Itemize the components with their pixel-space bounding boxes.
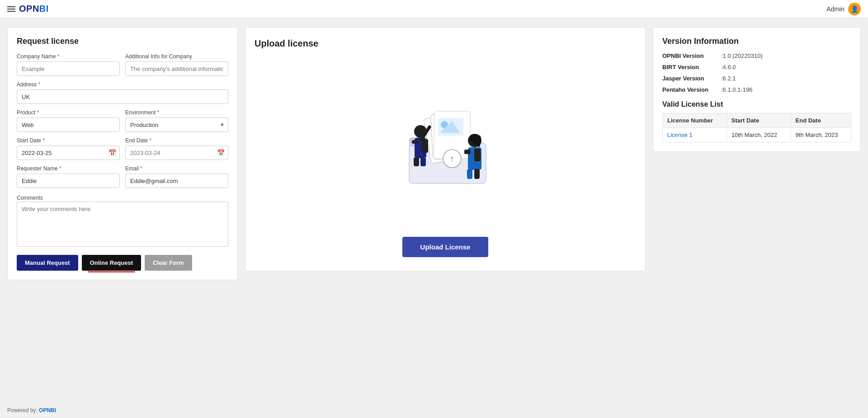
header: OPNBI Admin 👤 <box>0 0 868 18</box>
start-date-wrapper: 📅 <box>17 146 120 160</box>
form-row-product-env: Product * Environment * Production Stagi… <box>17 109 228 132</box>
pentaho-version-value: :6.1.0.1-196 <box>721 86 752 93</box>
header-right: Admin 👤 <box>826 3 861 15</box>
opnbi-version-label: OPNBI Version <box>662 52 721 59</box>
form-row-address: Address * <box>17 81 228 104</box>
footer: Powered by: OPNBI <box>0 403 868 418</box>
valid-license-title: Valid License List <box>662 100 851 108</box>
jasper-version-row: Jasper Version :6.2.1 <box>662 75 851 82</box>
svg-rect-22 <box>474 169 480 179</box>
license-table: License Number Start Date End Date Licen… <box>662 113 851 142</box>
avatar: 👤 <box>848 3 861 15</box>
clear-form-button[interactable]: Clear Form <box>145 255 192 271</box>
additional-info-group: Additional Info for Company <box>125 53 228 76</box>
start-date-group: Start Date * 📅 <box>17 137 120 160</box>
birt-version-label: BIRT Version <box>662 64 721 70</box>
footer-text: Powered by: <box>7 407 39 413</box>
comments-textarea[interactable] <box>17 202 228 247</box>
address-group: Address * <box>17 81 228 104</box>
company-name-input[interactable] <box>17 61 120 76</box>
product-label: Product * <box>17 109 120 116</box>
environment-label: Environment * <box>125 109 228 116</box>
comments-label: Comments <box>17 195 43 201</box>
admin-label: Admin <box>826 5 844 13</box>
form-row-company: Company Name * Additional Info for Compa… <box>17 53 228 76</box>
version-info-title: Version Information <box>662 37 851 46</box>
opnbi-version-value: :1.0 (20220310) <box>721 52 763 59</box>
svg-rect-12 <box>412 140 418 144</box>
environment-group: Environment * Production Staging Develop… <box>125 109 228 132</box>
pentaho-version-row: Pentaho Version :6.1.0.1-196 <box>662 86 851 93</box>
online-request-button[interactable]: Online Request <box>82 255 141 271</box>
manual-request-button[interactable]: Manual Request <box>17 255 78 271</box>
pentaho-version-label: Pentaho Version <box>662 86 721 93</box>
end-date-group: End Date * 📅 <box>125 137 228 160</box>
footer-brand: OPNBI <box>39 407 56 413</box>
requester-name-group: Requester Name * <box>17 165 120 188</box>
birt-version-row: BIRT Version :4.6.0 <box>662 64 851 70</box>
svg-rect-14 <box>414 157 419 166</box>
upload-license-title: Upload license <box>255 38 318 49</box>
requester-name-input[interactable] <box>17 174 120 188</box>
start-date-cell: 10th March, 2022 <box>726 128 791 142</box>
environment-select-wrapper: Production Staging Development ▼ <box>125 117 228 132</box>
birt-version-value: :4.6.0 <box>721 64 736 70</box>
logo: OPNBI <box>19 4 49 14</box>
address-input[interactable] <box>17 89 228 104</box>
svg-rect-15 <box>420 157 426 166</box>
svg-rect-19 <box>464 150 471 154</box>
requester-name-label: Requester Name * <box>17 165 120 172</box>
upload-license-panel: Upload license ↑ <box>245 27 646 271</box>
request-license-panel: Request license Company Name * Additiona… <box>7 27 238 280</box>
license-number-cell: License 1 <box>663 128 727 142</box>
opnbi-version-row: OPNBI Version :1.0 (20220310) <box>662 52 851 59</box>
product-group: Product * <box>17 109 120 132</box>
end-date-cell: 9th March, 2023 <box>791 128 851 142</box>
form-row-dates: Start Date * 📅 End Date * 📅 <box>17 137 228 160</box>
form-row-requester: Requester Name * Email * <box>17 165 228 188</box>
button-row: Manual Request Online Request Clear Form <box>17 255 228 271</box>
request-license-title: Request license <box>17 37 228 46</box>
license-link[interactable]: License 1 <box>667 132 693 138</box>
svg-text:↑: ↑ <box>450 154 454 163</box>
svg-rect-20 <box>474 149 481 161</box>
table-header-row: License Number Start Date End Date <box>663 113 851 128</box>
header-left: OPNBI <box>7 4 49 14</box>
jasper-version-value: :6.2.1 <box>721 75 736 82</box>
address-label: Address * <box>17 81 228 88</box>
col-end-date: End Date <box>791 113 851 128</box>
version-info-panel: Version Information OPNBI Version :1.0 (… <box>653 27 861 152</box>
email-input[interactable] <box>125 174 228 188</box>
jasper-version-label: Jasper Version <box>662 75 721 82</box>
company-name-group: Company Name * <box>17 53 120 76</box>
end-date-label: End Date * <box>125 137 228 144</box>
upload-license-button[interactable]: Upload License <box>402 237 489 257</box>
start-date-label: Start Date * <box>17 137 120 144</box>
email-group: Email * <box>125 165 228 188</box>
hamburger-icon[interactable] <box>7 6 15 12</box>
comments-group: Comments <box>17 193 228 249</box>
start-date-input[interactable] <box>17 146 120 160</box>
logo-opn: OPN <box>19 4 39 14</box>
upload-svg: ↑ <box>387 89 504 188</box>
email-label: Email * <box>125 165 228 172</box>
additional-info-label: Additional Info for Company <box>125 53 228 60</box>
end-date-input[interactable] <box>125 146 228 160</box>
table-row: License 1 10th March, 2022 9th March, 20… <box>663 128 851 142</box>
end-date-wrapper: 📅 <box>125 146 228 160</box>
svg-rect-13 <box>422 139 428 153</box>
product-input[interactable] <box>17 117 120 132</box>
main-content: Request license Company Name * Additiona… <box>0 18 868 403</box>
logo-bi: BI <box>39 4 49 14</box>
svg-rect-21 <box>467 169 472 179</box>
upload-illustration: ↑ <box>255 49 636 228</box>
environment-select[interactable]: Production Staging Development <box>125 117 228 132</box>
company-name-label: Company Name * <box>17 53 120 60</box>
col-license-number: License Number <box>663 113 727 128</box>
additional-info-input[interactable] <box>125 61 228 76</box>
col-start-date: Start Date <box>726 113 791 128</box>
